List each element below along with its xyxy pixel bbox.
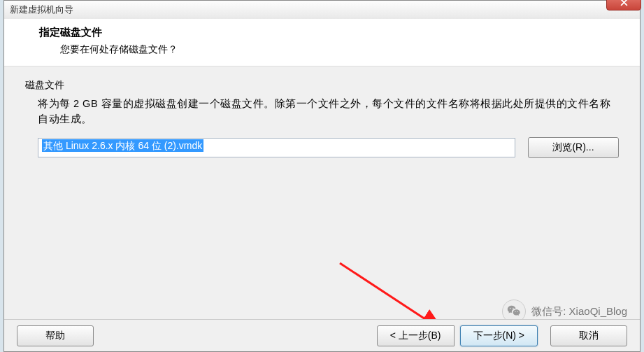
close-button[interactable]: [606, 0, 641, 10]
disk-file-input[interactable]: 其他 Linux 2.6.x 内核 64 位 (2).vmdk: [38, 138, 515, 157]
content-area: 磁盘文件 将为每 2 GB 容量的虚拟磁盘创建一个磁盘文件。除第一个文件之外，每…: [4, 66, 640, 165]
file-input-row: 其他 Linux 2.6.x 内核 64 位 (2).vmdk 浏览(R)...: [25, 137, 619, 158]
disk-file-value: 其他 Linux 2.6.x 内核 64 位 (2).vmdk: [42, 139, 203, 152]
back-button[interactable]: < 上一步(B): [377, 325, 455, 346]
disk-file-label: 磁盘文件: [25, 79, 619, 92]
browse-button[interactable]: 浏览(R)...: [528, 137, 619, 158]
next-button[interactable]: 下一步(N) >: [460, 325, 538, 346]
watermark-text: 微信号: XiaoQi_Blog: [531, 305, 627, 318]
disk-file-description: 将为每 2 GB 容量的虚拟磁盘创建一个磁盘文件。除第一个文件之外，每个文件的文…: [25, 96, 619, 127]
wizard-window: 新建虚拟机向导 指定磁盘文件 您要在何处存储磁盘文件？ 磁盘文件 将为每 2 G…: [3, 0, 641, 352]
titlebar: 新建虚拟机向导: [4, 1, 640, 19]
help-button[interactable]: 帮助: [17, 325, 94, 346]
button-bar: 帮助 < 上一步(B) 下一步(N) > 取消: [4, 319, 640, 351]
window-title: 新建虚拟机向导: [10, 3, 73, 16]
page-title: 指定磁盘文件: [39, 26, 619, 39]
nav-button-group: < 上一步(B) 下一步(N) >: [377, 325, 538, 346]
close-icon: [620, 0, 628, 6]
cancel-button[interactable]: 取消: [550, 325, 627, 346]
page-subtitle: 您要在何处存储磁盘文件？: [39, 43, 619, 56]
header-section: 指定磁盘文件 您要在何处存储磁盘文件？: [4, 19, 640, 66]
